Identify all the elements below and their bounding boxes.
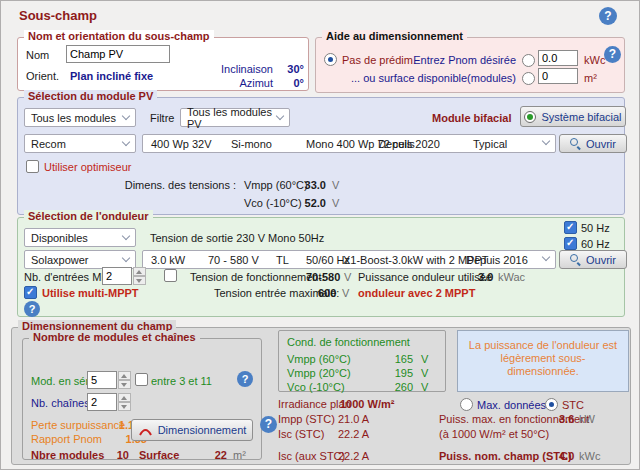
max-data-radio[interactable]	[460, 398, 473, 411]
cond-row-unit: V	[421, 381, 428, 393]
inverter-power-used-value: 3.0	[478, 271, 493, 283]
inverter-section: Sélection de l'onduleur Disponibles Tens…	[17, 217, 625, 317]
cond-row-unit: V	[421, 353, 428, 365]
between-range-checkbox[interactable]	[135, 373, 148, 386]
isc-at-stc-label: Isc (aux STC)	[278, 450, 345, 462]
freq-60hz-checkbox[interactable]	[564, 237, 577, 250]
sizing-button[interactable]: Dimensionnement	[131, 419, 253, 441]
cond-row-value: 260	[379, 381, 413, 393]
spinner-down-icon[interactable]	[133, 276, 146, 285]
use-optimizer-label: Utiliser optimiseur	[44, 161, 131, 173]
module-manufacturer-filter-select[interactable]: Tous les modules	[24, 108, 136, 127]
strings-count-input[interactable]	[87, 393, 117, 411]
chart-icon	[138, 425, 153, 436]
bifacial-label: Module bifacial	[432, 112, 511, 124]
cond-row-label: Vmpp (20°C)	[287, 367, 351, 379]
pnom-label: Entrez Pnom désirée	[402, 54, 516, 66]
area-unit: m²	[233, 449, 246, 461]
spinner-down-icon[interactable]	[118, 402, 131, 411]
mppt-note: onduleur avec 2 MPPT	[358, 287, 475, 299]
use-optimizer-checkbox[interactable]	[26, 160, 39, 173]
vco-label: Vco (-10°C)	[244, 197, 302, 209]
orientation-group-title: Nom et orientation du sous-champ	[24, 30, 214, 42]
operating-voltage-label: Tension de fonctionnement:	[190, 271, 325, 283]
max-input-voltage-value: 600	[318, 287, 336, 299]
open-module-button[interactable]: Ouvrir	[559, 134, 627, 153]
search-icon	[570, 138, 581, 149]
spinner-up-icon[interactable]	[133, 267, 146, 276]
freq-60hz-label: 60 Hz	[581, 238, 610, 250]
inverter-power-used-label: Puissance onduleur utilisée	[358, 271, 492, 283]
stc-radio[interactable]	[545, 398, 558, 411]
inverter-voltage: 70 - 580 V	[208, 254, 259, 266]
module-since: Depuis 2020	[378, 138, 440, 150]
open-inverter-button[interactable]: Ouvrir	[559, 250, 627, 269]
sizing-help-title: Aide au dimensionnement	[322, 30, 467, 42]
output-voltage-label: Tension de sortie 230 V Mono 50Hz	[150, 232, 324, 244]
bifacial-radio-icon	[524, 111, 536, 123]
vmpp60-unit: V	[332, 179, 339, 191]
mppt-count-input[interactable]	[102, 267, 132, 285]
module-section-title: Sélection du module PV	[24, 90, 157, 102]
impp-stc-value: 21.0 A	[338, 413, 369, 425]
area-label: Surface	[139, 449, 179, 461]
no-presizing-radio[interactable]	[324, 53, 337, 66]
help-icon[interactable]: ?	[237, 371, 253, 387]
impp-stc-label: Impp (STC)	[278, 413, 335, 425]
mppt-count-spinner	[102, 267, 146, 285]
modules-total-value: 10	[99, 449, 129, 461]
spinner-up-icon[interactable]	[118, 393, 131, 402]
freq-50hz-checkbox[interactable]	[564, 221, 577, 234]
cond-row-value: 165	[379, 353, 413, 365]
name-label: Nom	[26, 49, 49, 61]
module-model-select[interactable]: 400 Wp 32V Si-mono Mono 400 Wp 72 cells …	[142, 134, 556, 153]
help-icon[interactable]: ?	[24, 301, 40, 317]
module-origin: Typical	[473, 138, 507, 150]
module-type-filter-select[interactable]: Tous les modules PV	[180, 108, 290, 127]
pnom-radio[interactable]	[522, 54, 535, 67]
help-icon[interactable]: ?	[604, 46, 621, 63]
max-data-label: Max. données	[477, 399, 546, 411]
bifacial-system-button[interactable]: Système bifacial	[520, 106, 626, 127]
chevron-down-icon	[542, 253, 550, 261]
mppt-option-checkbox[interactable]	[164, 269, 177, 282]
operating-conditions-title: Cond. de fonctionnement	[287, 336, 410, 348]
multi-mppt-label: Utilise multi-MPPT	[42, 287, 139, 299]
pnom-ratio-label: Rapport Pnom	[31, 433, 102, 445]
nominal-power-label: Puiss. nom. champ (STC)	[439, 450, 572, 462]
chevron-down-icon	[542, 137, 550, 145]
sous-champ-window: Sous-champ ? Nom et orientation du sous-…	[0, 0, 640, 470]
chevron-down-icon	[122, 138, 130, 146]
isc-at-stc-value: 22.2 A	[338, 450, 369, 462]
cond-row-label: Vmpp (60°C)	[287, 353, 351, 365]
surface-input[interactable]	[538, 68, 578, 84]
inverter-model-select[interactable]: 3.0 kW 70 - 580 V TL 50/60 Hz X1-Boost-3…	[142, 250, 556, 269]
multi-mppt-checkbox[interactable]	[24, 286, 37, 299]
module-tech: Si-mono	[231, 138, 272, 150]
operating-voltage-unit: V	[344, 271, 351, 283]
nominal-power-value: 4.0	[559, 450, 574, 462]
pnom-input[interactable]	[538, 50, 578, 66]
modules-strings-group: Nombre de modules et chaînes Mod. en sér…	[22, 338, 262, 460]
orientation-group: Nom et orientation du sous-champ Nom Ori…	[17, 37, 309, 91]
help-icon[interactable]: ?	[599, 7, 617, 25]
max-operating-power-value: 3.6	[559, 413, 574, 425]
surface-radio[interactable]	[522, 72, 535, 85]
vco-unit: V	[332, 197, 339, 209]
inverter-availability-select[interactable]: Disponibles	[24, 228, 136, 247]
module-section: Sélection du module PV Tous les modules …	[17, 97, 625, 215]
help-icon[interactable]: ?	[260, 416, 277, 433]
name-input[interactable]	[66, 45, 170, 63]
isc-stc-value: 22.2 A	[338, 428, 369, 440]
azimuth-label: Azimut	[188, 77, 273, 89]
inverter-since: Depuis 2016	[466, 254, 528, 266]
spinner-up-icon[interactable]	[118, 371, 131, 380]
module-manufacturer-select[interactable]: Recom	[24, 134, 136, 153]
sizing-help-group: Aide au dimensionnement Pas de prédim. E…	[315, 37, 625, 93]
operating-conditions-box: Cond. de fonctionnement Vmpp (60°C) 165 …	[278, 330, 446, 392]
modules-in-series-input[interactable]	[87, 371, 117, 389]
search-icon	[570, 254, 581, 265]
array-sizing-section: Dimensionnement du champ Nombre de modul…	[11, 327, 631, 465]
cond-row-value: 195	[379, 367, 413, 379]
spinner-down-icon[interactable]	[118, 380, 131, 389]
